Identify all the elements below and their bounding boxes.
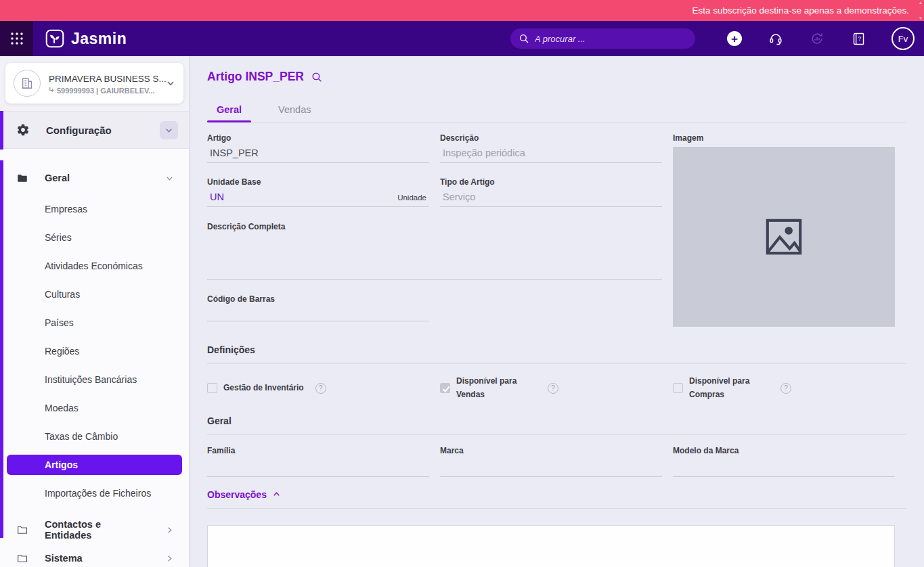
demo-banner: Esta subscrição destina-se apenas a demo… [0, 0, 924, 21]
descricao-completa-label: Descrição Completa [207, 222, 662, 231]
chevron-down-icon [165, 174, 174, 183]
disponivel-para-vendas-checkbox [440, 383, 450, 393]
tab-geral[interactable]: Geral [207, 104, 251, 122]
company-area: PRIMAVERA BUSINESS S... 599999993 | GAIU… [0, 56, 189, 111]
marca-field[interactable] [440, 455, 662, 477]
unidade-base-field[interactable]: UN Unidade [207, 187, 429, 207]
company-selector[interactable]: PRIMAVERA BUSINESS S... 599999993 | GAIU… [5, 63, 183, 104]
search-input[interactable] [535, 34, 687, 44]
definicoes-heading: Definições [207, 344, 906, 364]
tipo-de-artigo-field: Serviço [440, 187, 662, 207]
folder-icon [16, 524, 28, 536]
module-collapse-button[interactable] [160, 121, 178, 139]
search-icon [519, 33, 529, 44]
nav-group-sistema[interactable]: Sistema [0, 544, 189, 567]
company-detail: 599999993 | GAIURBELEV... [49, 87, 158, 95]
nav-group-geral[interactable]: Geral [0, 164, 189, 192]
headset-icon [768, 31, 783, 46]
imagem-section: Imagem [673, 133, 895, 327]
sidebar-item-atividades-economicas[interactable]: Atividades Económicas [0, 252, 189, 280]
sidebar-item-empresas[interactable]: Empresas [0, 195, 189, 223]
sidebar-module-configuracao[interactable]: Configuração [0, 111, 189, 149]
unidade-base-suffix: Unidade [397, 194, 429, 202]
sidebar-item-culturas[interactable]: Culturas [0, 280, 189, 309]
chevron-right-icon [165, 526, 174, 535]
gestao-de-inventario-label: Gestão de Inventário [223, 382, 304, 395]
help-circle-icon[interactable]: ? [780, 383, 791, 394]
global-search[interactable] [510, 28, 695, 49]
module-accent-stripe [0, 111, 3, 150]
artigo-field[interactable]: INSP_PER [207, 143, 429, 163]
lookup-search-icon[interactable] [311, 71, 323, 83]
support-button[interactable] [768, 30, 784, 47]
jasmin-logo-icon [45, 29, 64, 48]
help-circle-icon[interactable]: ? [315, 383, 326, 394]
descricao-completa-field[interactable] [207, 231, 662, 280]
image-placeholder-icon [762, 214, 806, 259]
familia-label: Família [207, 446, 429, 455]
modelo-da-marca-field[interactable] [673, 455, 895, 477]
help-button[interactable]: ? [850, 30, 866, 47]
sync-stats-icon [810, 31, 824, 46]
tab-vendas[interactable]: Vendas [269, 104, 320, 122]
updates-button[interactable] [809, 30, 825, 47]
chevron-right-icon [165, 554, 174, 563]
page-scrollbar[interactable]: ▲▼ [918, 1, 923, 20]
unidade-base-label: Unidade Base [207, 177, 429, 187]
module-label: Configuração [46, 124, 144, 136]
disponivel-para-compras-label: Disponível para Compras [689, 375, 757, 402]
tab-bar: Geral Vendas [207, 104, 906, 122]
codigo-de-barras-field[interactable] [207, 304, 429, 321]
gestao-de-inventario-checkbox[interactable] [207, 383, 217, 393]
artigo-label: Artigo [207, 133, 429, 143]
image-upload-box[interactable] [673, 147, 895, 327]
chevron-down-icon [166, 78, 175, 88]
observacoes-heading: Observações [207, 489, 267, 500]
sidebar-item-importacoes-de-ficheiros[interactable]: Importações de Ficheiros [0, 479, 189, 507]
sidebar-item-instituicoes-bancarias[interactable]: Instituições Bancárias [0, 365, 189, 394]
sidebar-item-artigos[interactable]: Artigos [7, 455, 182, 475]
brand[interactable]: Jasmin [45, 29, 127, 48]
sidebar-nav: Geral Empresas Séries Atividades Económi… [0, 149, 189, 567]
sidebar-item-series[interactable]: Séries [0, 223, 189, 252]
nav-accent-stripe [0, 160, 3, 538]
svg-text:?: ? [858, 35, 861, 41]
user-avatar[interactable]: Fv [892, 27, 915, 50]
brand-name: Jasmin [71, 30, 127, 48]
geral-heading: Geral [207, 415, 906, 435]
descricao-label: Descrição [440, 133, 662, 143]
familia-field[interactable] [207, 455, 429, 477]
plus-icon: + [727, 31, 742, 46]
subsidiary-arrow-icon [49, 87, 55, 93]
sidebar-item-moedas[interactable]: Moedas [0, 394, 189, 422]
sidebar-item-paises[interactable]: Países [0, 309, 189, 337]
chevron-up-icon [272, 490, 281, 499]
descricao-field: Inspeção periódica [440, 143, 662, 163]
folder-icon [16, 552, 28, 564]
modelo-da-marca-label: Modelo da Marca [673, 446, 895, 455]
checkbox-row-gestao-inventario: Gestão de Inventário ? [207, 375, 429, 402]
chevron-down-icon [164, 126, 173, 135]
codigo-de-barras-label: Código de Barras [207, 294, 429, 304]
checkbox-row-disponivel-compras: Disponível para Compras ? [673, 375, 895, 402]
company-building-icon [14, 70, 41, 97]
app-grid-button[interactable] [0, 21, 33, 56]
observacoes-textarea[interactable] [207, 525, 895, 567]
sidebar-item-regioes[interactable]: Regiões [0, 337, 189, 365]
help-circle-icon[interactable]: ? [548, 383, 558, 394]
definicoes-checkboxes: Gestão de Inventário ? Disponível para V… [207, 375, 906, 402]
gear-icon [16, 123, 30, 137]
disponivel-para-compras-checkbox[interactable] [673, 383, 683, 393]
app-header: Jasmin + [0, 21, 924, 56]
demo-banner-text: Esta subscrição destina-se apenas a demo… [692, 5, 909, 16]
checkbox-row-disponivel-vendas: Disponível para Vendas ? [440, 375, 662, 402]
add-button[interactable]: + [726, 30, 743, 47]
sidebar-item-taxas-de-cambio[interactable]: Taxas de Câmbio [0, 422, 189, 451]
app-grid-icon [10, 32, 24, 45]
main-content: Artigo INSP_PER Geral Vendas Artigo INSP… [189, 56, 924, 567]
sidebar: PRIMAVERA BUSINESS S... 599999993 | GAIU… [0, 56, 189, 567]
disponivel-para-vendas-label: Disponível para Vendas [456, 375, 524, 402]
imagem-label: Imagem [673, 133, 895, 143]
nav-group-contactos-e-entidades[interactable]: Contactos e Entidades [0, 516, 189, 544]
observacoes-section-toggle[interactable]: Observações [207, 489, 906, 509]
